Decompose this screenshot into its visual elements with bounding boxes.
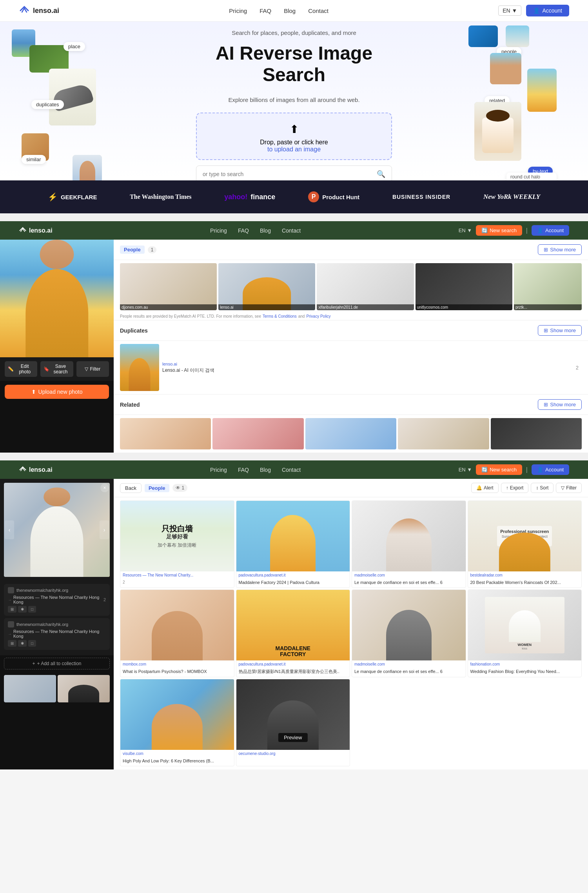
people-nav-blog[interactable]: Blog — [260, 467, 271, 473]
results-account-button[interactable]: 👤 Account — [532, 225, 569, 236]
show-more-icon: ⊞ — [544, 247, 548, 253]
edit-icon: ✏️ — [8, 366, 14, 372]
pgi-4[interactable]: Professional sunscreenSunscreen function… — [468, 500, 582, 588]
people-tag-group: People 1 — [120, 246, 156, 254]
back-button[interactable]: Back — [120, 483, 142, 493]
results-nav-pricing[interactable]: Pricing — [210, 227, 227, 234]
alert-button[interactable]: 🔔 Alert — [471, 483, 499, 493]
people-grid-item-2[interactable]: lenso.ai — [218, 263, 315, 310]
nav-contact[interactable]: Contact — [308, 7, 328, 14]
related-img-4[interactable] — [398, 418, 489, 449]
results-nav-faq[interactable]: FAQ — [238, 227, 249, 234]
save-search-button[interactable]: 🔖 Save search — [40, 361, 73, 377]
pgi-7[interactable]: madmoiselle.com Le manque de confiance e… — [352, 589, 466, 677]
people-grid-item-5[interactable]: prztk... — [514, 263, 582, 310]
upload-text: Drop, paste or click here — [205, 139, 383, 146]
results-body: ✏️ Edit photo 🔖 Save search ▽ Filter ⬆ U… — [0, 240, 588, 453]
press-producthunt: P Product Hunt — [308, 191, 359, 202]
related-img-5[interactable] — [491, 418, 582, 449]
people-grid-item-4[interactable]: unitlycosmos.com — [416, 263, 512, 310]
people-toolbar-right: 🔔 Alert ↑ Export ↕ Sort ▽ Filter — [471, 483, 582, 493]
alert-icon: 🔔 — [476, 485, 482, 491]
terms-link[interactable]: Terms & Conditions — [263, 314, 297, 318]
nav-faq[interactable]: FAQ — [260, 7, 271, 14]
upload-new-photo-button[interactable]: ⬆ Upload new photo — [5, 385, 109, 399]
lightbox-close-button[interactable]: × — [100, 484, 109, 492]
nav-pricing[interactable]: Pricing — [229, 7, 247, 14]
people-nav-contact[interactable]: Contact — [282, 467, 301, 473]
pgi-title-3: Le manque de confiance en soi et ses eff… — [352, 579, 466, 587]
people-nav: lenso.ai Pricing FAQ Blog Contact EN ▼ 🔄… — [0, 460, 588, 479]
people-show-more-button[interactable]: ⊞ Show more — [538, 244, 582, 255]
pgi-9[interactable]: visulbe.com High Poly And Low Poly: 6 Ke… — [120, 679, 234, 766]
related-grid — [114, 415, 588, 453]
people-lang[interactable]: EN ▼ — [459, 467, 472, 473]
people-nav-pricing[interactable]: Pricing — [210, 467, 227, 473]
lightbox-next-button[interactable]: › — [100, 520, 109, 539]
people-grid-item-1[interactable]: djjones.com.au — [120, 263, 217, 310]
match-url-2: thenewnormalcharityhk.org — [16, 622, 68, 627]
pgi-2[interactable]: padovacultura.padovanet.it Maddalene Fac… — [236, 500, 350, 588]
hero-logo[interactable]: lenso.ai — [19, 5, 59, 16]
export-button[interactable]: ↑ Export — [501, 483, 529, 493]
pgi-source-9: visulbe.com — [120, 750, 234, 757]
related-img-1[interactable] — [120, 418, 211, 449]
new-search-button[interactable]: 🔄 New search — [476, 225, 522, 236]
hero-upload-box[interactable]: ⬆ Drop, paste or click here to upload an… — [196, 113, 392, 160]
nav-blog[interactable]: Blog — [284, 7, 296, 14]
duplicates-section: Duplicates ⊞ Show more — [114, 320, 588, 394]
people-new-search-button[interactable]: 🔄 New search — [476, 464, 522, 475]
press-businessinsider: BUSINESS INSIDER — [392, 194, 450, 200]
match-action-btn-2c[interactable]: □ — [28, 640, 36, 647]
pgi-source-10: oecumene-studio.org — [236, 750, 350, 757]
pgi-5[interactable]: mombox.com What is Postpartum Psychosis?… — [120, 589, 234, 677]
pgi-1[interactable]: 只投白墙 足够好看 加个幕布 加倍清晰 Resources — The New … — [120, 500, 234, 588]
dup-label: Duplicates — [120, 327, 148, 334]
people-section: lenso.ai Pricing FAQ Blog Contact EN ▼ 🔄… — [0, 460, 588, 769]
related-img-2[interactable] — [212, 418, 303, 449]
filter-toolbar-button[interactable]: ▽ Filter — [556, 483, 582, 493]
results-lang[interactable]: EN ▼ — [459, 227, 472, 233]
people-grid-item-3[interactable]: xlfaribulierjahn2011.de — [317, 263, 414, 310]
export-icon: ↑ — [506, 485, 508, 491]
search-icon: 🔍 — [377, 170, 385, 178]
add-to-collection-button[interactable]: + + Add all to collection — [4, 658, 110, 669]
filter-button[interactable]: ▽ Filter — [76, 361, 109, 377]
privacy-link[interactable]: Privacy Policy — [306, 314, 330, 318]
sort-button[interactable]: ↕ Sort — [531, 483, 554, 493]
upload-link-text[interactable]: to upload an image — [205, 146, 383, 153]
pgi-3[interactable]: madmoiselle.com Le manque de confiance e… — [352, 500, 466, 588]
match-action-btn-2a[interactable]: ⊞ — [8, 640, 16, 647]
hero-label-duplicates: duplicates — [31, 100, 64, 109]
match-action-btn-2b[interactable]: ✱ — [18, 640, 27, 647]
thumb-2[interactable] — [58, 675, 110, 702]
press-nyweekly: New YoRk WEEKLY — [483, 193, 540, 201]
results-logo[interactable]: lenso.ai — [19, 227, 53, 235]
save-icon: 🔖 — [44, 366, 49, 372]
language-selector[interactable]: EN ▼ — [498, 5, 521, 16]
dup-item-1: lenso.ai Lenso.ai - AI 이미지 검색 2 — [120, 344, 582, 391]
hero-body: place duplicates similar people — [0, 22, 588, 171]
dup-show-more-button[interactable]: ⊞ Show more — [538, 325, 582, 336]
results-nav-contact[interactable]: Contact — [282, 227, 301, 234]
people-logo[interactable]: lenso.ai — [19, 466, 53, 474]
match-action-btn-1c[interactable]: □ — [28, 606, 36, 613]
match-action-btn-1a[interactable]: ⊞ — [8, 606, 16, 613]
match-action-btn-1b[interactable]: ✱ — [18, 606, 27, 613]
edit-photo-button[interactable]: ✏️ Edit photo — [5, 361, 37, 377]
pgi-8[interactable]: WOMEN kiss fashionation.com Wedding Fash… — [468, 589, 582, 677]
related-show-more-button[interactable]: ⊞ Show more — [538, 399, 582, 410]
results-nav-blog[interactable]: Blog — [260, 227, 271, 234]
search-input[interactable] — [203, 171, 374, 177]
hero-float-img-cake — [474, 102, 521, 161]
account-button[interactable]: 👤 Account — [526, 5, 569, 16]
lightbox-prev-button[interactable]: ‹ — [5, 520, 14, 539]
pgi-source-7: madmoiselle.com — [352, 660, 466, 668]
related-img-3[interactable] — [305, 418, 396, 449]
people-account-button[interactable]: 👤 Account — [532, 464, 569, 475]
pgi-6[interactable]: MADDALENEFACTORY padovacultura.padovanet… — [236, 589, 350, 677]
pgi-title-5: What is Postpartum Psychosis? - MOMBOX — [120, 668, 234, 677]
thumb-1[interactable] — [4, 675, 56, 702]
people-nav-faq[interactable]: FAQ — [238, 467, 249, 473]
pgi-10[interactable]: Preview oecumene-studio.org — [236, 679, 350, 766]
